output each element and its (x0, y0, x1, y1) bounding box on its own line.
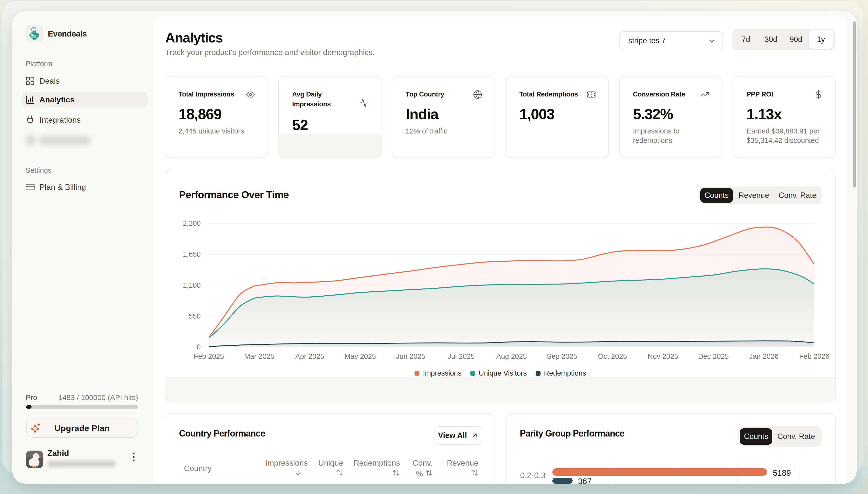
svg-text:Mar 2025: Mar 2025 (244, 353, 274, 360)
svg-text:Aug 2025: Aug 2025 (496, 353, 527, 360)
svg-text:Feb 2026: Feb 2026 (799, 353, 830, 360)
svg-text:Oct 2025: Oct 2025 (598, 353, 627, 360)
svg-text:Dec 2025: Dec 2025 (698, 353, 729, 360)
svg-text:May 2025: May 2025 (344, 353, 376, 360)
svg-text:Nov 2025: Nov 2025 (648, 353, 678, 360)
svg-text:0: 0 (197, 343, 201, 351)
svg-text:1,650: 1,650 (183, 250, 201, 258)
svg-text:2,200: 2,200 (183, 220, 201, 227)
svg-text:Feb 2025: Feb 2025 (194, 353, 224, 360)
svg-text:Sep 2025: Sep 2025 (547, 353, 577, 360)
svg-text:Jun 2025: Jun 2025 (396, 353, 426, 360)
svg-text:%: % (31, 33, 36, 39)
svg-text:Jan 2026: Jan 2026 (749, 353, 778, 360)
svg-text:550: 550 (189, 312, 201, 320)
svg-text:Apr 2025: Apr 2025 (295, 353, 324, 360)
svg-text:1,100: 1,100 (183, 281, 201, 289)
svg-text:Jul 2025: Jul 2025 (448, 353, 475, 360)
